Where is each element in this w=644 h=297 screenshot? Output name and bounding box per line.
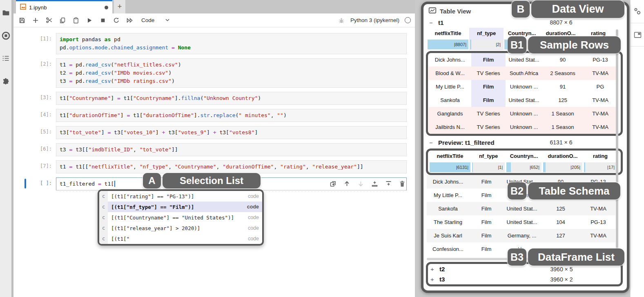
t1-section-header: − t1 8807 × 6 <box>426 17 627 28</box>
sample-row: Dick Johns...FilmUnited Stat...90PG-13 <box>428 53 621 66</box>
insert-cell-icon[interactable] <box>31 16 40 25</box>
cell-editor[interactable]: t3["tot_vote"] = t3["votes_10"] + t3["vo… <box>56 126 407 139</box>
duplicate-icon[interactable] <box>329 180 336 187</box>
property-inspector-icon[interactable] <box>631 0 644 23</box>
kernel-name[interactable]: Python 3 (ipykernel) <box>350 17 399 23</box>
sample-row: SankofaFilmUnited Stat...125TV-MA <box>428 93 621 107</box>
cell-prompt: [ ]: <box>13 177 56 191</box>
extensions-icon[interactable] <box>0 74 11 88</box>
completer-item[interactable]: c[(t1["release_year"] > 2020)]code <box>99 223 262 233</box>
table-cell: Unknown ... <box>506 107 542 120</box>
cell-editor[interactable]: import pandas as pdpd.options.mode.chain… <box>56 33 407 54</box>
preview-name: Preview: t1_filtered <box>438 139 495 146</box>
move-up-icon[interactable] <box>343 180 350 187</box>
bug-icon[interactable] <box>337 16 346 25</box>
annotation-a-label: Selection List <box>163 173 261 188</box>
cell-list: [1]:import pandas as pdpd.options.mode.c… <box>13 27 415 191</box>
table-cell: 1 Season <box>542 107 583 120</box>
annotation-b-label: Data View <box>531 0 624 18</box>
cell-type-dropdown[interactable]: Code <box>141 17 170 23</box>
code-line: t3 = t3[["imdbTitle_ID", "tot_vote"]] <box>60 146 403 154</box>
sample-row: GanglandsTV SeriesUnknown ...1 SeasonTV-… <box>428 107 621 120</box>
notebook-tab[interactable]: 1.ipynb <box>16 0 112 13</box>
cell-prompt: [6]: <box>13 143 56 156</box>
cell-editor[interactable]: t3 = t3[["imdbTitle_ID", "tot_vote"]] <box>56 143 407 156</box>
cell-editor[interactable]: t1 = pd.read_csv("netflix_titles.csv")t2… <box>56 58 407 88</box>
collapse-minus-icon[interactable]: − <box>429 19 434 26</box>
files-icon[interactable] <box>0 6 11 20</box>
copy-icon[interactable] <box>58 16 67 25</box>
cell-toolbar <box>329 179 406 188</box>
completion-text: [(t1["release_year"] > 2020)] <box>108 225 242 231</box>
cut-icon[interactable] <box>45 16 53 25</box>
annotation-b-tag: B <box>512 1 530 18</box>
table-cell: Film <box>469 229 504 242</box>
preview-row: Je Suis KarlFilmGermany, ...127TV-MA <box>426 229 627 242</box>
table-cell: South Africa <box>506 66 542 80</box>
cardinality-cell: |652| <box>506 162 542 173</box>
paste-icon[interactable] <box>71 16 80 25</box>
completer-item[interactable]: c[(t1["code <box>99 233 262 244</box>
notebook-cell[interactable]: [2]:t1 = pd.read_csv("netflix_titles.csv… <box>13 58 415 88</box>
table-cell: TV Series <box>471 120 506 134</box>
column-header[interactable]: Countryn... <box>506 151 542 162</box>
completer-popup: c[(t1["rating"] == "PG-13")]codec[(t1["n… <box>98 189 264 246</box>
save-icon[interactable] <box>18 16 27 25</box>
cell-editor[interactable]: t1["Countryname"] = t1["Countryname"].fi… <box>56 92 407 105</box>
column-header[interactable]: rating <box>583 151 617 162</box>
table-cell: Unknown ... <box>506 120 542 134</box>
completion-type-label: code <box>242 215 262 220</box>
column-header[interactable]: nf_type <box>469 28 504 39</box>
table-cell: 2 Seasons <box>542 66 583 80</box>
cell-editor[interactable]: t1 = t1[["netflixTitle", "nf_type", "Cou… <box>56 160 407 173</box>
cell-prompt: [3]: <box>13 92 56 105</box>
column-header[interactable]: netflixTitle <box>429 151 471 162</box>
move-down-icon[interactable] <box>357 180 364 187</box>
table-cell: TV-MA <box>583 93 617 107</box>
code-line: t2 = pd.read_csv("IMDb movies.csv") <box>60 69 403 77</box>
notebook-cell[interactable]: [4]:t1["durationOfTime"] = t1["durationO… <box>13 109 415 122</box>
kernel-idle-circle-icon[interactable] <box>405 17 411 23</box>
new-tab-button[interactable]: + <box>114 0 125 13</box>
dataframe-dims: 8807 × 6 <box>537 19 586 26</box>
column-header[interactable]: durationO... <box>542 151 583 162</box>
stop-icon[interactable] <box>98 16 107 25</box>
running-kernels-icon[interactable] <box>0 29 11 42</box>
completer-item[interactable]: c[(t1["rating"] == "PG-13")]code <box>99 191 262 202</box>
code-line: t1["durationOfTime"] = t1["durationOfTim… <box>60 111 403 120</box>
insert-above-icon[interactable] <box>371 180 378 187</box>
cell-editor[interactable]: t1["durationOfTime"] = t1["durationOfTim… <box>56 109 407 122</box>
notebook-cell[interactable]: [3]:t1["Countryname"] = t1["Countryname"… <box>13 92 415 105</box>
chart-icon <box>428 7 437 15</box>
table-of-contents-icon[interactable] <box>0 51 11 65</box>
expand-plus-icon[interactable]: + <box>430 276 435 283</box>
run-icon[interactable] <box>85 16 94 25</box>
notebook-cell[interactable]: [6]:t3 = t3[["imdbTitle_ID", "tot_vote"]… <box>13 143 415 156</box>
right-sidebar <box>630 0 644 297</box>
completion-kind-icon: c <box>99 191 108 202</box>
table-cell: Ganglands <box>429 107 471 120</box>
notebook-cell[interactable]: [1]:import pandas as pdpd.options.mode.c… <box>13 33 415 54</box>
completer-item[interactable]: c[(t1["nf_type"] == "Film")]code <box>99 202 262 212</box>
notebook-content: [1]:import pandas as pdpd.options.mode.c… <box>13 27 415 297</box>
column-header[interactable]: nf_type <box>471 151 506 162</box>
delete-icon[interactable] <box>399 180 406 187</box>
restart-icon[interactable] <box>112 16 121 25</box>
tab-title: 1.ipynb <box>29 4 102 11</box>
notebook-cell[interactable]: [7]:t1 = t1[["netflixTitle", "nf_type", … <box>13 160 415 173</box>
notebook-cell[interactable]: [5]:t3["tot_vote"] = t3["votes_10"] + t3… <box>13 126 415 139</box>
completion-text: [(t1["rating"] == "PG-13")] <box>108 193 242 199</box>
dataframe-item[interactable]: +t33960 × 2 <box>428 274 621 284</box>
run-all-icon[interactable] <box>125 16 134 25</box>
t1-sample-rows: Dick Johns...FilmUnited Stat...90PG-13Bl… <box>428 53 621 134</box>
open-tabs-icon[interactable] <box>631 23 644 47</box>
completer-item[interactable]: c[(t1["Countryname"] == "United States")… <box>99 212 262 223</box>
cell-collapser[interactable] <box>25 179 26 188</box>
column-header[interactable]: netflixTitle <box>427 28 469 39</box>
table-cell: TV-MA <box>581 202 615 215</box>
table-cell: United Stat... <box>504 215 540 229</box>
insert-below-icon[interactable] <box>385 180 392 187</box>
expand-plus-icon[interactable]: + <box>430 266 435 273</box>
vertical-scrollbar[interactable] <box>616 29 618 260</box>
collapse-minus-icon[interactable]: − <box>429 139 434 146</box>
